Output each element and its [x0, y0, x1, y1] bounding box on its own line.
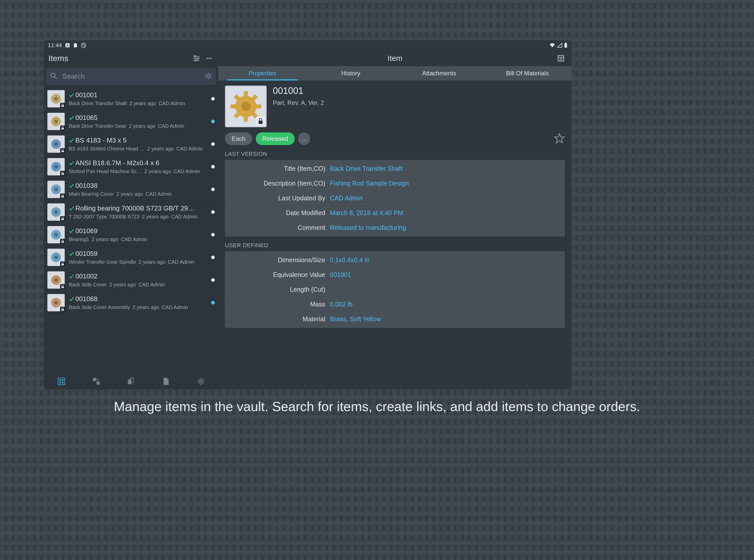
svg-point-53 [54, 301, 58, 305]
nav-links[interactable] [91, 376, 101, 386]
app-window: 11:44 A Items [44, 40, 572, 389]
property-value: 0.002 lb [330, 301, 352, 308]
property-value: March 8, 2018 at 4:40 PM [330, 209, 403, 217]
svg-point-26 [54, 97, 58, 101]
list-item-text: 001001 Back Drive Transfer Shaft2 years … [69, 91, 207, 106]
tab-properties[interactable]: Properties [218, 66, 307, 80]
list-item[interactable]: BS 4183 - M3 x 5 BS 4183 Slotted Cheese … [44, 133, 218, 156]
list-item-text: Rolling bearing 70000B S723 GB/T 29… T 2… [69, 204, 207, 220]
search-input[interactable] [62, 72, 200, 80]
item-number: 001001 [273, 85, 324, 96]
property-row: Mass 0.002 lb [225, 297, 565, 312]
tab-bill-of-materials[interactable]: Bill Of Materials [483, 66, 572, 80]
list-item[interactable]: ANSI B18.6.7M - M2x0.4 x 6 Slotted Pan H… [44, 156, 218, 178]
svg-point-32 [54, 142, 58, 146]
lock-icon [256, 117, 265, 126]
list-item[interactable]: 001059 Winder Transfer Gear Spindle2 yea… [44, 246, 218, 269]
property-label: Description (Item,CO) [231, 180, 330, 187]
list-thumb [47, 135, 65, 153]
search-settings-icon[interactable] [205, 72, 212, 81]
favorite-button[interactable] [554, 133, 565, 145]
list-item-title: 001038 [75, 182, 98, 189]
list-item[interactable]: 001038 Main Bearing Cover2 years agoCAD … [44, 178, 218, 201]
detail-tabs: PropertiesHistoryAttachmentsBill Of Mate… [218, 66, 572, 80]
list-item-text: 001059 Winder Transfer Gear Spindle2 yea… [69, 250, 207, 265]
svg-point-9 [197, 58, 199, 59]
list-item-title: Rolling bearing 70000B S723 GB/T 29… [75, 204, 195, 212]
svg-rect-57 [62, 379, 63, 381]
status-app-icon: A [65, 43, 70, 48]
check-icon [69, 274, 74, 279]
property-label: Dimensions/Size [231, 256, 330, 264]
svg-point-50 [54, 278, 58, 282]
property-row: Description (Item,CO) Fishing Rod Sample… [225, 176, 565, 191]
tab-history[interactable]: History [307, 66, 395, 80]
svg-point-16 [207, 75, 210, 77]
lock-icon [60, 216, 65, 221]
list-item-title: 001069 [75, 227, 98, 235]
svg-line-23 [206, 77, 207, 78]
search-container [46, 68, 216, 85]
property-row: Title (Item,CO) Back Drive Transfer Shaf… [225, 161, 565, 176]
list-item-title: 001065 [75, 114, 98, 122]
list-item[interactable]: 001065 Back Drive Transfer Gear2 years a… [44, 110, 218, 133]
list-item[interactable]: Rolling bearing 70000B S723 GB/T 29… T 2… [44, 201, 218, 223]
list-item[interactable]: 001069 Bearing12 years agoCAD Admin [44, 223, 218, 246]
lock-icon [60, 103, 65, 108]
svg-point-10 [195, 60, 197, 61]
list-item-title: 001059 [75, 250, 98, 258]
bottom-nav [44, 373, 218, 389]
list-item[interactable]: 001001 Back Drive Transfer Shaft2 years … [44, 87, 218, 110]
filter-button[interactable] [192, 54, 201, 63]
list-item-title: ANSI B18.6.7M - M2x0.4 x 6 [75, 159, 159, 167]
property-value: Brass, Soft Yellow [330, 315, 381, 323]
list-item[interactable]: 001002 Back Side Cover2 years agoCAD Adm… [44, 269, 218, 292]
sidebar-title: Items [49, 54, 188, 63]
list-item-title: 001068 [75, 295, 98, 303]
svg-line-21 [206, 74, 207, 75]
list-item-text: BS 4183 - M3 x 5 BS 4183 Slotted Cheese … [69, 136, 207, 152]
nav-document[interactable] [161, 376, 171, 386]
state-chip[interactable]: Released [256, 132, 295, 145]
nav-copies[interactable] [126, 376, 136, 386]
property-value: CAD Admin [330, 195, 363, 202]
list-thumb [47, 203, 65, 221]
property-value: Released to manufacturing [330, 224, 406, 232]
svg-rect-60 [93, 378, 96, 381]
tab-attachments[interactable]: Attachments [395, 66, 483, 80]
svg-rect-58 [59, 382, 61, 383]
check-icon [69, 161, 74, 166]
list-item-text: 001069 Bearing12 years agoCAD Admin [69, 227, 207, 242]
status-dot [211, 301, 215, 304]
list-thumb [47, 294, 65, 311]
svg-line-24 [210, 74, 211, 75]
svg-rect-80 [231, 104, 236, 108]
property-value: 001001 [330, 271, 351, 278]
status-dot [211, 278, 215, 282]
svg-point-11 [207, 58, 208, 59]
check-icon [69, 183, 74, 188]
svg-rect-56 [59, 379, 61, 381]
more-button[interactable] [205, 54, 214, 63]
list-item[interactable]: 001068 Back Side Cover Assembly2 years a… [44, 292, 218, 314]
property-row: Material Brass, Soft Yellow [225, 312, 565, 326]
svg-rect-4 [565, 42, 566, 43]
item-thumbnail [225, 85, 267, 127]
lock-icon [60, 307, 65, 312]
list-item-title: BS 4183 - M3 x 5 [75, 136, 127, 144]
nav-items[interactable] [56, 376, 66, 386]
detail-action-icon[interactable] [556, 54, 565, 63]
status-dot [211, 142, 215, 146]
status-dot [211, 97, 215, 101]
svg-rect-36 [61, 173, 64, 175]
more-chip[interactable]: … [298, 132, 310, 145]
svg-line-71 [198, 383, 199, 384]
nav-settings[interactable] [196, 376, 206, 386]
svg-rect-33 [61, 151, 64, 152]
svg-rect-42 [61, 218, 64, 220]
svg-point-38 [54, 187, 58, 192]
property-row: Last Updated By CAD Admin [225, 191, 565, 206]
unit-chip[interactable]: Each [225, 132, 252, 145]
item-subtitle: Part, Rev. A, Ver. 2 [273, 99, 324, 106]
sidebar-header: Items [44, 51, 218, 66]
